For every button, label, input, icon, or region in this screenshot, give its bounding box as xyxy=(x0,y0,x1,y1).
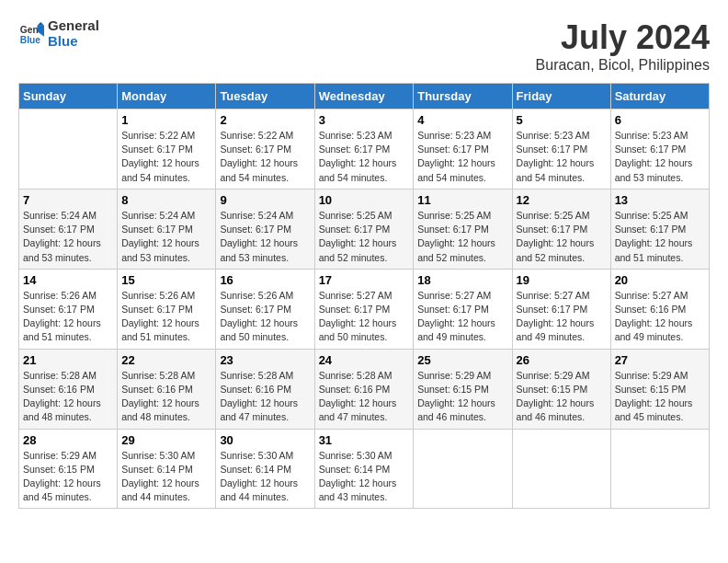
day-number: 6 xyxy=(615,113,705,127)
day-info: Sunrise: 5:24 AMSunset: 6:17 PMDaylight:… xyxy=(220,209,310,265)
calendar-cell: 5Sunrise: 5:23 AMSunset: 6:17 PMDaylight… xyxy=(512,109,610,190)
day-info: Sunrise: 5:30 AMSunset: 6:14 PMDaylight:… xyxy=(319,449,410,505)
day-number: 21 xyxy=(23,353,113,367)
calendar-header-row: SundayMondayTuesdayWednesdayThursdayFrid… xyxy=(19,84,710,109)
calendar-week-row: 1Sunrise: 5:22 AMSunset: 6:17 PMDaylight… xyxy=(19,109,710,190)
day-number: 22 xyxy=(121,353,211,367)
day-number: 27 xyxy=(615,353,705,367)
day-number: 16 xyxy=(220,273,310,287)
day-number: 30 xyxy=(220,433,310,447)
day-number: 10 xyxy=(319,193,410,207)
day-number: 8 xyxy=(121,193,211,207)
day-info: Sunrise: 5:25 AMSunset: 6:17 PMDaylight:… xyxy=(517,209,607,265)
day-number: 4 xyxy=(417,113,507,127)
day-info: Sunrise: 5:25 AMSunset: 6:17 PMDaylight:… xyxy=(319,209,410,265)
day-number: 23 xyxy=(220,353,310,367)
day-number: 20 xyxy=(615,273,705,287)
logo-blue-text: Blue xyxy=(48,33,78,49)
calendar-cell: 16Sunrise: 5:26 AMSunset: 6:17 PMDayligh… xyxy=(216,269,314,349)
calendar-week-row: 28Sunrise: 5:29 AMSunset: 6:15 PMDayligh… xyxy=(19,429,710,509)
day-info: Sunrise: 5:26 AMSunset: 6:17 PMDaylight:… xyxy=(121,289,211,345)
day-info: Sunrise: 5:27 AMSunset: 6:16 PMDaylight:… xyxy=(615,289,705,345)
day-info: Sunrise: 5:27 AMSunset: 6:17 PMDaylight:… xyxy=(417,289,507,345)
day-number: 1 xyxy=(121,113,211,127)
calendar-cell: 15Sunrise: 5:26 AMSunset: 6:17 PMDayligh… xyxy=(118,269,216,349)
svg-text:Blue: Blue xyxy=(20,35,41,45)
calendar-cell: 9Sunrise: 5:24 AMSunset: 6:17 PMDaylight… xyxy=(216,189,314,269)
day-info: Sunrise: 5:24 AMSunset: 6:17 PMDaylight:… xyxy=(121,209,211,265)
calendar-cell: 14Sunrise: 5:26 AMSunset: 6:17 PMDayligh… xyxy=(19,269,118,349)
day-info: Sunrise: 5:27 AMSunset: 6:17 PMDaylight:… xyxy=(319,289,410,345)
day-header-wednesday: Wednesday xyxy=(314,84,414,109)
day-info: Sunrise: 5:28 AMSunset: 6:16 PMDaylight:… xyxy=(23,369,113,425)
day-number: 9 xyxy=(220,193,310,207)
day-info: Sunrise: 5:22 AMSunset: 6:17 PMDaylight:… xyxy=(121,129,211,185)
calendar-cell: 17Sunrise: 5:27 AMSunset: 6:17 PMDayligh… xyxy=(314,269,414,349)
calendar-cell: 26Sunrise: 5:29 AMSunset: 6:15 PMDayligh… xyxy=(512,349,610,429)
calendar-cell: 20Sunrise: 5:27 AMSunset: 6:16 PMDayligh… xyxy=(610,269,709,349)
day-info: Sunrise: 5:28 AMSunset: 6:16 PMDaylight:… xyxy=(220,369,310,425)
day-header-friday: Friday xyxy=(512,84,610,109)
calendar-cell: 21Sunrise: 5:28 AMSunset: 6:16 PMDayligh… xyxy=(19,349,118,429)
day-info: Sunrise: 5:26 AMSunset: 6:17 PMDaylight:… xyxy=(220,289,310,345)
calendar-cell: 22Sunrise: 5:28 AMSunset: 6:16 PMDayligh… xyxy=(118,349,216,429)
day-info: Sunrise: 5:23 AMSunset: 6:17 PMDaylight:… xyxy=(615,129,705,185)
calendar-cell: 23Sunrise: 5:28 AMSunset: 6:16 PMDayligh… xyxy=(216,349,314,429)
day-number: 31 xyxy=(319,433,410,447)
day-number: 18 xyxy=(417,273,507,287)
day-number: 7 xyxy=(23,193,113,207)
day-number: 12 xyxy=(517,193,607,207)
day-number: 28 xyxy=(23,433,113,447)
day-header-sunday: Sunday xyxy=(19,84,118,109)
day-info: Sunrise: 5:29 AMSunset: 6:15 PMDaylight:… xyxy=(615,369,705,425)
day-info: Sunrise: 5:23 AMSunset: 6:17 PMDaylight:… xyxy=(319,129,410,185)
calendar-cell: 10Sunrise: 5:25 AMSunset: 6:17 PMDayligh… xyxy=(314,189,414,269)
main-title: July 2024 xyxy=(536,18,710,57)
day-info: Sunrise: 5:23 AMSunset: 6:17 PMDaylight:… xyxy=(417,129,507,185)
calendar-cell: 18Sunrise: 5:27 AMSunset: 6:17 PMDayligh… xyxy=(414,269,512,349)
title-area: July 2024 Buracan, Bicol, Philippines xyxy=(536,18,710,74)
day-header-tuesday: Tuesday xyxy=(216,84,314,109)
day-number: 5 xyxy=(517,113,607,127)
day-info: Sunrise: 5:28 AMSunset: 6:16 PMDaylight:… xyxy=(319,369,410,425)
day-info: Sunrise: 5:27 AMSunset: 6:17 PMDaylight:… xyxy=(517,289,607,345)
calendar-week-row: 7Sunrise: 5:24 AMSunset: 6:17 PMDaylight… xyxy=(19,189,710,269)
day-number: 14 xyxy=(23,273,113,287)
header: General Blue General Blue July 2024 Bura… xyxy=(18,18,710,74)
day-info: Sunrise: 5:29 AMSunset: 6:15 PMDaylight:… xyxy=(23,449,113,505)
calendar-cell: 8Sunrise: 5:24 AMSunset: 6:17 PMDaylight… xyxy=(118,189,216,269)
day-info: Sunrise: 5:25 AMSunset: 6:17 PMDaylight:… xyxy=(615,209,705,265)
day-info: Sunrise: 5:30 AMSunset: 6:14 PMDaylight:… xyxy=(220,449,310,505)
calendar-cell: 7Sunrise: 5:24 AMSunset: 6:17 PMDaylight… xyxy=(19,189,118,269)
day-number: 19 xyxy=(517,273,607,287)
day-info: Sunrise: 5:29 AMSunset: 6:15 PMDaylight:… xyxy=(517,369,607,425)
day-header-monday: Monday xyxy=(118,84,216,109)
calendar-cell: 29Sunrise: 5:30 AMSunset: 6:14 PMDayligh… xyxy=(118,429,216,509)
day-number: 26 xyxy=(517,353,607,367)
day-info: Sunrise: 5:30 AMSunset: 6:14 PMDaylight:… xyxy=(121,449,211,505)
calendar-cell: 30Sunrise: 5:30 AMSunset: 6:14 PMDayligh… xyxy=(216,429,314,509)
calendar-cell: 28Sunrise: 5:29 AMSunset: 6:15 PMDayligh… xyxy=(19,429,118,509)
day-info: Sunrise: 5:22 AMSunset: 6:17 PMDaylight:… xyxy=(220,129,310,185)
day-header-saturday: Saturday xyxy=(610,84,709,109)
day-number: 2 xyxy=(220,113,310,127)
calendar-week-row: 21Sunrise: 5:28 AMSunset: 6:16 PMDayligh… xyxy=(19,349,710,429)
calendar-cell: 11Sunrise: 5:25 AMSunset: 6:17 PMDayligh… xyxy=(414,189,512,269)
day-info: Sunrise: 5:28 AMSunset: 6:16 PMDaylight:… xyxy=(121,369,211,425)
calendar-cell: 19Sunrise: 5:27 AMSunset: 6:17 PMDayligh… xyxy=(512,269,610,349)
calendar-cell: 24Sunrise: 5:28 AMSunset: 6:16 PMDayligh… xyxy=(314,349,414,429)
calendar-cell: 1Sunrise: 5:22 AMSunset: 6:17 PMDaylight… xyxy=(118,109,216,190)
day-number: 24 xyxy=(319,353,410,367)
day-info: Sunrise: 5:25 AMSunset: 6:17 PMDaylight:… xyxy=(417,209,507,265)
calendar-cell: 6Sunrise: 5:23 AMSunset: 6:17 PMDaylight… xyxy=(610,109,709,190)
day-number: 13 xyxy=(615,193,705,207)
svg-marker-3 xyxy=(38,21,44,25)
calendar-cell: 25Sunrise: 5:29 AMSunset: 6:15 PMDayligh… xyxy=(414,349,512,429)
calendar-cell xyxy=(610,429,709,509)
calendar-cell: 13Sunrise: 5:25 AMSunset: 6:17 PMDayligh… xyxy=(610,189,709,269)
calendar-cell: 3Sunrise: 5:23 AMSunset: 6:17 PMDaylight… xyxy=(314,109,414,190)
logo: General Blue General Blue xyxy=(18,18,99,49)
day-number: 15 xyxy=(121,273,211,287)
calendar-cell xyxy=(19,109,118,190)
day-header-thursday: Thursday xyxy=(414,84,512,109)
